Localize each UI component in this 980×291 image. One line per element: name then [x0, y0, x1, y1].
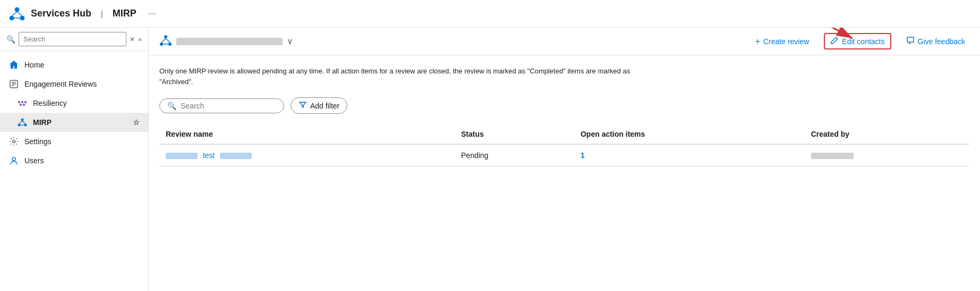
mirp-icon [17, 117, 28, 128]
svg-line-3 [12, 12, 17, 16]
edit-contacts-button[interactable]: Edit contacts [824, 33, 891, 49]
create-review-button[interactable]: + Create review [751, 35, 814, 48]
svg-line-4 [17, 12, 22, 16]
users-icon [8, 155, 19, 166]
col-created-by: Created by [805, 124, 969, 144]
cell-created-by [805, 144, 969, 167]
sidebar-item-resiliency[interactable]: Resiliency [0, 94, 148, 113]
sidebar-item-users-label: Users [24, 156, 44, 165]
cell-open-action-items[interactable]: 1 [574, 144, 805, 167]
table-row: test Pending 1 [159, 144, 969, 167]
sidebar-item-home-label: Home [24, 61, 44, 69]
search-icon: 🔍 [6, 35, 15, 44]
svg-line-19 [22, 121, 25, 124]
app-logo: Services Hub | MIRP ··· [8, 5, 156, 22]
table-search-input[interactable] [181, 102, 276, 110]
search-input[interactable] [19, 32, 126, 46]
filter-icon [299, 101, 307, 111]
svg-line-27 [161, 38, 166, 43]
cell-review-name: test [159, 144, 455, 167]
settings-icon [8, 136, 19, 147]
svg-point-0 [15, 7, 19, 12]
plus-icon: + [755, 37, 760, 46]
toolbar-actions: + Create review Edit contacts [751, 33, 969, 49]
title-divider: | [101, 10, 103, 18]
app-subtitle: MIRP [113, 8, 137, 19]
svg-point-15 [21, 119, 24, 121]
col-review-name: Review name [159, 124, 455, 144]
table-header: Review name Status Open action items Cre… [159, 124, 969, 144]
breadcrumb-chevron-icon[interactable]: ∨ [287, 36, 293, 46]
more-options-icon[interactable]: ··· [148, 8, 156, 19]
filter-bar: 🔍 Add filter [159, 97, 969, 114]
top-bar: Services Hub | MIRP ··· [0, 0, 980, 28]
breadcrumb-bar [176, 38, 283, 45]
svg-point-24 [164, 35, 167, 38]
search-clear-icon[interactable]: ✕ [130, 36, 135, 43]
reviews-icon [8, 79, 19, 89]
reviews-table: Review name Status Open action items Cre… [159, 124, 969, 167]
svg-point-22 [12, 157, 15, 161]
sidebar-item-settings[interactable]: Settings [0, 132, 148, 151]
table-body: test Pending 1 [159, 144, 969, 167]
content-toolbar: ∨ + Create review Edit contacts [149, 28, 980, 55]
edit-contacts-label: Edit contacts [842, 37, 884, 46]
collapse-icon[interactable]: « [138, 36, 142, 43]
content-body: Only one MIRP review is allowed pending … [149, 55, 980, 291]
home-icon [8, 60, 19, 70]
review-name-link[interactable]: test [203, 151, 215, 160]
review-name-blur2 [220, 153, 252, 159]
review-name-blur [166, 153, 198, 159]
add-filter-button[interactable]: Add filter [291, 97, 347, 114]
search-bar: 🔍 ✕ « [0, 28, 148, 51]
sidebar-item-users[interactable]: Users [0, 151, 148, 170]
create-review-label: Create review [763, 37, 809, 46]
cell-status: Pending [455, 144, 574, 167]
nav-items: Home Engagement Reviews [0, 51, 148, 174]
feedback-icon [906, 36, 915, 46]
give-feedback-label: Give feedback [918, 37, 966, 46]
table-search-wrap: 🔍 [159, 98, 284, 113]
sidebar-item-engagement-reviews[interactable]: Engagement Reviews [0, 74, 148, 94]
toolbar-left: ∨ [159, 34, 293, 48]
sidebar-item-settings-label: Settings [24, 137, 52, 146]
give-feedback-button[interactable]: Give feedback [902, 34, 970, 48]
svg-line-18 [19, 121, 22, 124]
svg-rect-13 [20, 104, 22, 106]
sidebar: 🔍 ✕ « Home Engagement Reviews [0, 28, 149, 291]
sidebar-item-resiliency-label: Resiliency [33, 99, 67, 107]
star-icon[interactable]: ☆ [133, 118, 140, 127]
add-filter-label: Add filter [310, 102, 339, 110]
col-open-action-items: Open action items [574, 124, 805, 144]
sidebar-item-mirp[interactable]: MIRP ☆ [0, 113, 148, 132]
sidebar-item-mirp-label: MIRP [33, 118, 52, 127]
svg-rect-12 [24, 101, 27, 103]
svg-point-21 [13, 140, 15, 143]
content-area: ∨ + Create review Edit contacts [149, 28, 980, 291]
search-table-icon: 🔍 [167, 102, 176, 110]
info-text: Only one MIRP review is allowed pending … [159, 66, 637, 87]
created-by-blur [811, 153, 854, 159]
edit-icon [830, 36, 839, 46]
mirp-toolbar-icon [159, 34, 172, 48]
resiliency-icon [17, 98, 28, 109]
svg-rect-10 [18, 101, 20, 103]
services-hub-icon [8, 5, 25, 22]
col-status: Status [455, 124, 574, 144]
sidebar-item-engagement-reviews-label: Engagement Reviews [24, 80, 97, 88]
svg-rect-14 [23, 104, 25, 106]
svg-line-28 [166, 38, 170, 43]
svg-rect-11 [21, 101, 23, 103]
sidebar-item-home[interactable]: Home [0, 55, 148, 74]
app-title: Services Hub [31, 8, 91, 19]
